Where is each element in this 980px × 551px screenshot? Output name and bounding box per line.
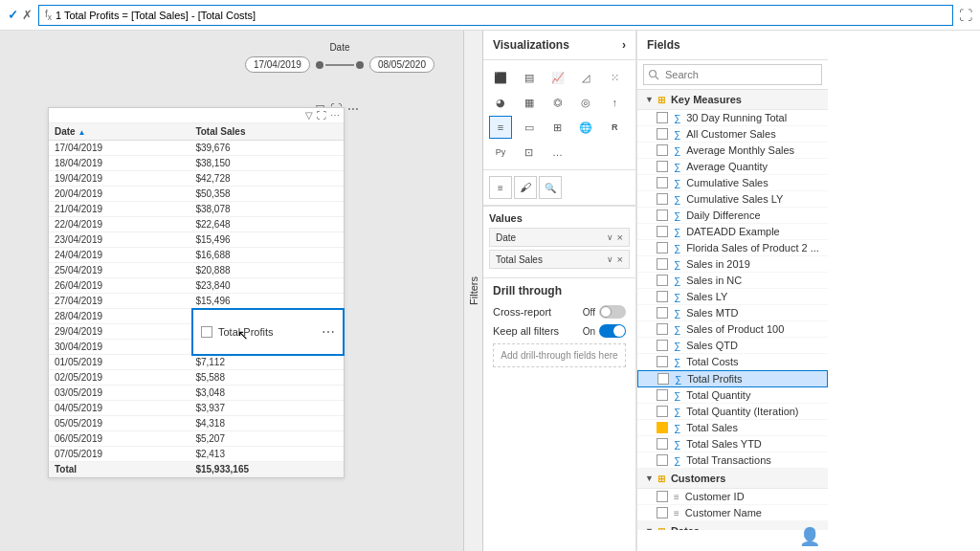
field-item-total-sales-ytd[interactable]: ∑ Total Sales YTD — [637, 436, 828, 452]
field-checkbox[interactable] — [657, 406, 668, 417]
field-checkbox[interactable] — [657, 340, 668, 351]
viz-area[interactable]: ◿ — [574, 66, 597, 89]
field-checkbox[interactable] — [657, 242, 668, 253]
field-checkbox[interactable] — [657, 422, 668, 433]
viz-panel-expand[interactable]: › — [622, 38, 626, 52]
fields-group-customers[interactable]: ▼ ⊞ Customers — [637, 469, 828, 489]
profits-visual[interactable]: Total Profits ⋯ — [191, 308, 345, 356]
profits-checkbox[interactable] — [201, 326, 212, 338]
table-row[interactable]: 01/05/2019$7,112 — [49, 355, 344, 370]
table-row[interactable]: 04/05/2019$3,937 — [49, 401, 344, 416]
date-range-display[interactable]: 17/04/2019 08/05/2020 — [245, 56, 434, 73]
table-row[interactable]: 20/04/2019$50,358 — [49, 187, 344, 202]
table-row[interactable]: 21/04/2019$38,078 — [49, 202, 344, 217]
totalsales-value-remove[interactable]: × — [617, 253, 623, 265]
field-checkbox[interactable] — [657, 389, 668, 401]
canvas-area[interactable]: Date 17/04/2019 08/05/2020 ▽ ⛶ ⋯ ▽ ⛶ ⋯ — [0, 31, 482, 551]
field-item-all-customer-sales[interactable]: ∑ All Customer Sales — [637, 126, 828, 143]
fields-search-input[interactable] — [643, 64, 822, 85]
field-item-total-quantity-(iter[interactable]: ∑ Total Quantity (Iteration) — [637, 404, 828, 420]
viz-stacked-bar[interactable]: ▤ — [518, 66, 541, 89]
table-row[interactable]: 25/04/2019$20,888 — [49, 263, 344, 278]
field-item-sales-ly[interactable]: ∑ Sales LY — [637, 289, 828, 305]
end-date-pill[interactable]: 08/05/2020 — [369, 56, 434, 73]
field-item-average-monthly-sale[interactable]: ∑ Average Monthly Sales — [637, 143, 828, 159]
field-checkbox[interactable] — [657, 275, 668, 286]
viz-map[interactable]: 🌐 — [574, 116, 597, 139]
viz-custom1[interactable]: ⊡ — [518, 141, 541, 164]
viz-r[interactable]: R — [603, 116, 626, 139]
field-checkbox[interactable] — [657, 356, 668, 367]
viz-kpi[interactable]: ↑ — [603, 91, 626, 114]
field-item-total-transactions[interactable]: ∑ Total Transactions — [637, 452, 828, 469]
viz-matrix[interactable]: ⊞ — [546, 116, 569, 139]
field-item-average-quantity[interactable]: ∑ Average Quantity — [637, 159, 828, 175]
table-row[interactable]: 06/05/2019$5,207 — [49, 431, 344, 447]
keep-filters-toggle-track[interactable] — [599, 324, 626, 338]
field-item-total-profits[interactable]: ∑ Total Profits — [637, 370, 828, 387]
table-row[interactable]: 17/04/2019$39,676 — [49, 141, 344, 156]
field-checkbox[interactable] — [657, 307, 668, 319]
cross-report-toggle[interactable]: Off — [583, 305, 626, 319]
field-item-sales-qtd[interactable]: ∑ Sales QTD — [637, 338, 828, 354]
field-item-sales-of-product-100[interactable]: ∑ Sales of Product 100 — [637, 321, 828, 338]
start-date-pill[interactable]: 17/04/2019 — [245, 56, 310, 73]
table-row[interactable]: 22/04/2019$22,648 — [49, 217, 344, 232]
filters-sidebar[interactable]: Filters — [463, 31, 482, 551]
fields-group-key-measures[interactable]: ▼ ⊞ Key Measures — [637, 90, 828, 110]
field-checkbox[interactable] — [657, 128, 668, 140]
viz-more[interactable]: … — [546, 141, 569, 164]
date-col-header[interactable]: Date ▲ — [49, 123, 189, 141]
field-item-cumulative-sales[interactable]: ∑ Cumulative Sales — [637, 175, 828, 191]
field-checkbox[interactable] — [657, 438, 668, 450]
field-checkbox[interactable] — [657, 258, 668, 270]
field-item-30-day-running-total[interactable]: ∑ 30 Day Running Total — [637, 110, 828, 126]
field-checkbox[interactable] — [657, 177, 668, 188]
field-item-customer-name[interactable]: ≡ Customer Name — [637, 505, 828, 521]
field-item-total-costs[interactable]: ∑ Total Costs — [637, 354, 828, 370]
expand-icon[interactable]: ⛶ — [959, 8, 972, 23]
table-expand-icon[interactable]: ⛶ — [317, 110, 326, 121]
cross-report-toggle-track[interactable] — [599, 305, 626, 319]
field-checkbox[interactable] — [657, 291, 668, 302]
field-checkbox[interactable] — [657, 373, 669, 385]
field-checkbox[interactable] — [657, 491, 668, 502]
table-row[interactable]: 19/04/2019$42,728 — [49, 171, 344, 187]
table-row[interactable]: 07/05/2019$2,413 — [49, 447, 344, 462]
field-checkbox[interactable] — [657, 323, 668, 335]
table-row[interactable]: 18/04/2019$38,150 — [49, 156, 344, 171]
table-row[interactable]: 23/04/2019$15,496 — [49, 232, 344, 248]
totalsales-value-pill[interactable]: Total Sales ∨ × — [489, 250, 630, 269]
field-item-sales-mtd[interactable]: ∑ Sales MTD — [637, 305, 828, 321]
table-row[interactable]: 02/05/2019$5,588 — [49, 370, 344, 386]
table-row[interactable]: 24/04/2019$16,688 — [49, 248, 344, 263]
viz-pie[interactable]: ◕ — [489, 91, 512, 114]
date-value-remove[interactable]: × — [617, 231, 623, 243]
viz-scatter[interactable]: ⁙ — [603, 66, 626, 89]
viz-card[interactable]: ▭ — [518, 116, 541, 139]
field-item-florida-sales-of-pro[interactable]: ∑ Florida Sales of Product 2 ... — [637, 240, 828, 256]
field-checkbox[interactable] — [657, 454, 668, 466]
field-checkbox[interactable] — [657, 112, 668, 123]
field-item-daily-difference[interactable]: ∑ Daily Difference — [637, 208, 828, 224]
keep-filters-toggle[interactable]: On — [583, 324, 626, 338]
filters-label[interactable]: Filters — [468, 276, 479, 305]
viz-fields-prop-icon[interactable]: ≡ — [489, 176, 512, 199]
table-row[interactable]: 27/04/2019$15,496 — [49, 294, 344, 309]
field-checkbox[interactable] — [657, 507, 668, 518]
table-row[interactable]: 05/05/2019$4,318 — [49, 416, 344, 431]
field-item-dateadd-example[interactable]: ∑ DATEADD Example — [637, 224, 828, 240]
table-more-icon[interactable]: ⋯ — [330, 110, 340, 121]
date-value-pill[interactable]: Date ∨ × — [489, 228, 630, 247]
field-item-sales-in-nc[interactable]: ∑ Sales in NC — [637, 273, 828, 289]
more-options-icon[interactable]: ⋯ — [347, 102, 359, 116]
field-item-customer-id[interactable]: ≡ Customer ID — [637, 489, 828, 505]
field-item-total-quantity[interactable]: ∑ Total Quantity — [637, 387, 828, 404]
viz-analytics-prop-icon[interactable]: 🔍 — [539, 176, 562, 199]
viz-line[interactable]: 📈 — [546, 66, 569, 89]
table-filter-icon[interactable]: ▽ — [305, 110, 313, 121]
table-row[interactable]: 03/05/2019$3,048 — [49, 386, 344, 401]
x-icon[interactable]: ✗ — [22, 8, 33, 22]
viz-bar-chart[interactable]: ⬛ — [489, 66, 512, 89]
add-drill-through-box[interactable]: Add drill-through fields here — [493, 343, 626, 367]
